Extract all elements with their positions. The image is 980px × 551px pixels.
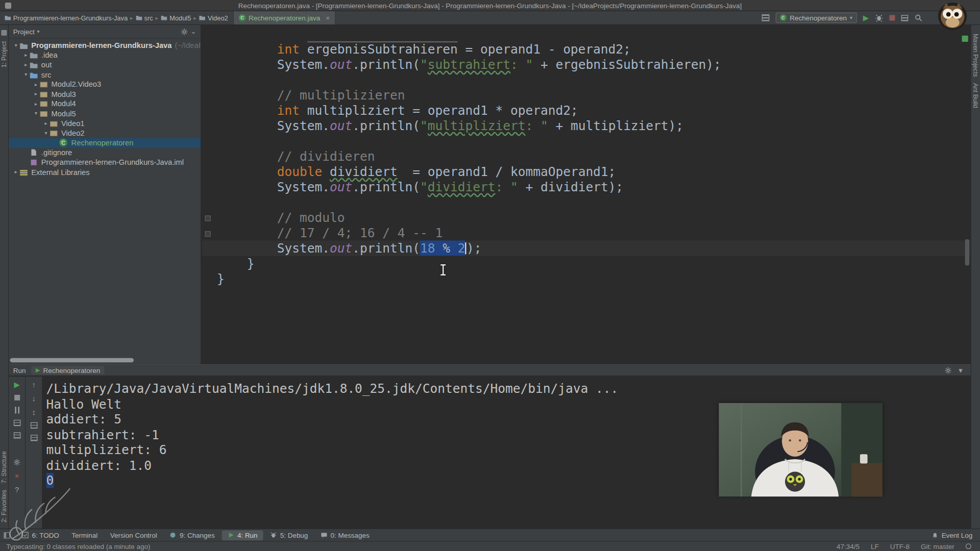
breadcrumb: Programmieren-lernen-Grundkurs-Java▸src▸… <box>0 11 229 24</box>
chevron-expanded-icon[interactable]: ▾ <box>22 72 29 78</box>
restore-layout-icon[interactable] <box>13 432 20 438</box>
project-stripe-icon[interactable] <box>1 30 7 36</box>
code-area[interactable]: int ergebnisSubtrahieren = operand1 - op… <box>202 26 971 286</box>
down-stack-trace-icon[interactable]: ↓ <box>32 395 35 403</box>
breadcrumb-label: Programmieren-lernen-Grundkurs-Java <box>13 14 128 22</box>
code-line: System.out.println("dividiert: " + divid… <box>202 179 971 194</box>
chevron-collapsed-icon[interactable]: ▸ <box>33 101 39 107</box>
breadcrumb-item[interactable]: Video2 <box>198 14 229 22</box>
tree-item--gitignore[interactable]: .gitignore <box>9 148 201 158</box>
toolwindow-button-5-debug[interactable]: 5: Debug <box>264 530 313 540</box>
stop-icon[interactable] <box>889 15 895 20</box>
soft-wrap-icon[interactable]: ↕ <box>32 409 35 416</box>
folder-icon <box>135 14 142 22</box>
tree-item-programmieren-lernen-grundkurs-java[interactable]: ▾Programmieren-lernen-Grundkurs-Java (~/… <box>9 41 201 51</box>
stripe-button-1-project[interactable]: 1: Project <box>1 41 7 68</box>
project-panel-title: Project <box>13 28 35 35</box>
chevron-collapsed-icon[interactable]: ▸ <box>33 91 39 97</box>
hector-inspections-icon[interactable] <box>966 543 971 549</box>
editor-scrollbar[interactable] <box>965 239 970 265</box>
stop-icon[interactable] <box>14 395 20 400</box>
console-line: /Library/Java/JavaVirtualMachines/jdk1.8… <box>46 381 971 396</box>
breadcrumb-label: Video2 <box>208 14 228 22</box>
stripe-button-ant-build[interactable]: Ant Build <box>972 83 979 108</box>
chevron-expanded-icon[interactable]: ▾ <box>42 130 49 136</box>
tree-item--idea[interactable]: ▸.idea <box>9 51 201 60</box>
toolwindow-button-0-messages[interactable]: 0: Messages <box>315 530 375 540</box>
run-configuration-select[interactable]: C Rechenoperatoren ▾ <box>775 12 856 23</box>
toolwindow-button-version-control[interactable]: Version Control <box>105 530 163 540</box>
settings-gear-icon[interactable] <box>181 28 188 35</box>
bell-icon <box>932 532 938 538</box>
settings-gear-icon[interactable] <box>944 366 952 374</box>
fold-marker[interactable] <box>205 231 211 237</box>
chevron-expanded-icon[interactable]: ▾ <box>12 43 19 48</box>
print-icon[interactable] <box>30 435 37 441</box>
chevron-collapsed-icon[interactable]: ▸ <box>33 82 39 87</box>
settings-gear-icon[interactable] <box>13 459 21 466</box>
search-icon[interactable] <box>914 14 922 22</box>
tab-close-icon[interactable]: × <box>326 14 330 22</box>
status-item[interactable]: UTF-8 <box>890 542 910 550</box>
status-item[interactable]: 47:34/5 <box>837 542 860 550</box>
chevron-collapsed-icon[interactable]: ▸ <box>12 169 19 175</box>
hide-panel-icon[interactable]: ▾ <box>959 366 962 374</box>
inspection-indicator[interactable] <box>962 36 968 42</box>
tree-item-label: Rechenoperatoren <box>71 139 134 147</box>
project-panel-header: Project ▾ ⌄ <box>9 25 201 39</box>
tree-item-video2[interactable]: ▾Video2 <box>9 128 201 138</box>
chevron-collapsed-icon[interactable]: ▸ <box>22 53 29 58</box>
tree-item-rechenoperatoren[interactable]: CRechenoperatoren <box>9 138 201 148</box>
tree-item-label: Video2 <box>61 129 84 137</box>
debug-icon[interactable] <box>875 14 883 22</box>
up-stack-trace-icon[interactable]: ↑ <box>32 381 35 389</box>
breadcrumb-separator: ▸ <box>156 15 159 21</box>
toolwindow-button-4-run[interactable]: 4: Run <box>222 530 263 540</box>
run-button[interactable]: ▶ <box>863 14 869 22</box>
debug-icon <box>270 532 277 538</box>
fold-marker[interactable] <box>205 215 211 221</box>
code-editor[interactable]: int ergebnisSubtrahieren = operand1 - op… <box>202 25 971 364</box>
tree-item-video1[interactable]: ▸Video1 <box>9 118 201 128</box>
breadcrumb-item[interactable]: Modul5 <box>160 14 192 22</box>
tree-item-out[interactable]: ▸out <box>9 60 201 70</box>
chevron-expanded-icon[interactable]: ▾ <box>33 111 39 116</box>
chevron-collapsed-icon[interactable]: ▸ <box>22 62 29 68</box>
coverage-icon[interactable] <box>901 15 908 21</box>
breadcrumb-item[interactable]: Programmieren-lernen-Grundkurs-Java <box>3 14 129 22</box>
close-icon[interactable]: × <box>15 472 19 480</box>
editor-tab-rechenoperatoren[interactable]: C Rechenoperatoren.java × <box>233 11 335 24</box>
pause-output-icon[interactable] <box>15 407 19 413</box>
dump-threads-icon[interactable] <box>13 420 20 426</box>
tree-item-src[interactable]: ▾src <box>9 70 201 80</box>
run-tab[interactable]: ▶ Rechenoperatoren <box>31 366 104 374</box>
toolwindow-button-label: 4: Run <box>237 531 258 539</box>
tree-item-programmieren-lernen-grundkurs-java-iml[interactable]: Programmieren-lernen-Grundkurs-Java.iml <box>9 158 201 167</box>
event-log-button[interactable]: Event Log <box>932 531 976 539</box>
status-item[interactable]: Git: master <box>921 542 954 550</box>
scroll-to-end-icon[interactable] <box>30 422 37 429</box>
code-line: } <box>202 256 971 271</box>
chevron-down-icon[interactable]: ▾ <box>37 29 40 34</box>
toolwindow-button-label: Terminal <box>71 531 97 539</box>
tree-item-modul2-video3[interactable]: ▸Modul2.Video3 <box>9 80 201 89</box>
horizontal-scrollbar[interactable] <box>10 358 134 363</box>
rerun-icon[interactable]: ▶ <box>14 381 19 389</box>
chevron-collapsed-icon[interactable]: ▸ <box>42 120 49 126</box>
view-mode-icon[interactable] <box>762 14 769 21</box>
file-icon <box>30 148 38 157</box>
tree-item-label: .gitignore <box>41 148 72 157</box>
stripe-button-7-structure[interactable]: 7: Structure <box>1 451 7 483</box>
stripe-button-2-favorites[interactable]: 2: Favorites <box>1 490 7 522</box>
tree-item-modul5[interactable]: ▾Modul5 <box>9 109 201 118</box>
tree-item-modul4[interactable]: ▸Modul4 <box>9 99 201 109</box>
tree-item-external-libraries[interactable]: ▸External Libraries <box>9 167 201 177</box>
status-item[interactable]: LF <box>871 542 879 550</box>
breadcrumb-item[interactable]: src <box>134 14 154 22</box>
tree-item-modul3[interactable]: ▸Modul3 <box>9 89 201 99</box>
collapse-all-icon[interactable]: ⌄ <box>190 28 196 35</box>
toolwindow-button-9-changes[interactable]: 9: Changes <box>164 530 220 540</box>
code-line: System.out.println(18 % 2); <box>202 240 971 256</box>
stripe-button-maven-projects[interactable]: Maven Projects <box>972 34 979 77</box>
libs-icon <box>19 168 28 176</box>
